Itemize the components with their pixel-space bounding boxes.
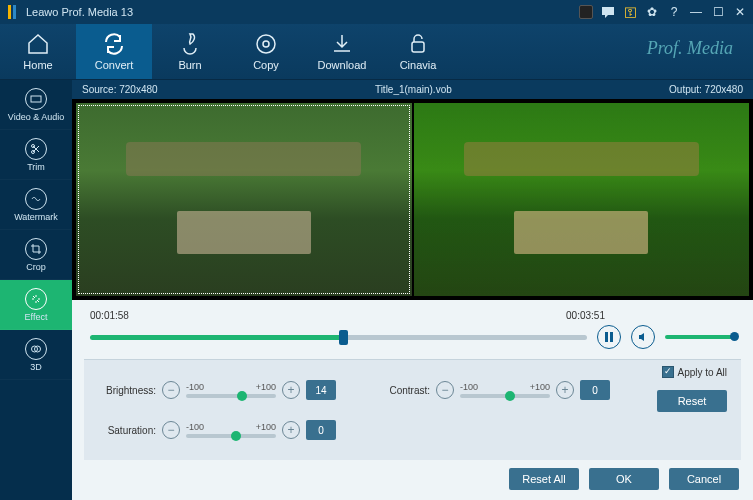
settings-icon[interactable]: ✿	[645, 5, 659, 19]
side-label: Video & Audio	[8, 112, 64, 122]
apply-all-label: Apply to All	[678, 367, 727, 378]
watermark-icon	[25, 188, 47, 210]
reset-all-button[interactable]: Reset All	[509, 468, 579, 490]
help-icon[interactable]: ?	[667, 5, 681, 19]
close-icon[interactable]: ✕	[733, 5, 747, 19]
download-icon	[330, 32, 354, 56]
video-audio-icon	[25, 88, 47, 110]
convert-icon	[102, 32, 126, 56]
timeline-panel: 00:01:58 00:03:51	[72, 300, 753, 355]
trim-icon	[25, 138, 47, 160]
threed-icon	[25, 338, 47, 360]
side-label: Effect	[25, 312, 48, 322]
svg-rect-1	[13, 5, 16, 19]
tab-label: Burn	[178, 59, 201, 71]
tab-label: Download	[318, 59, 367, 71]
saturation-minus[interactable]: −	[162, 421, 180, 439]
effect-icon	[25, 288, 47, 310]
svg-rect-0	[8, 5, 11, 19]
tab-copy[interactable]: Copy	[228, 24, 304, 79]
svg-point-2	[257, 35, 275, 53]
side-watermark[interactable]: Watermark	[0, 180, 72, 230]
contrast-slider[interactable]: -100+100	[460, 382, 550, 398]
svg-rect-5	[31, 96, 41, 102]
preview-header: Source: 720x480 Title_1(main).vob Output…	[72, 80, 753, 99]
cinavia-icon	[406, 32, 430, 56]
seek-slider[interactable]	[90, 335, 587, 340]
svg-point-3	[263, 41, 269, 47]
checkbox-icon	[662, 366, 674, 378]
side-trim[interactable]: Trim	[0, 130, 72, 180]
tab-label: Convert	[95, 59, 134, 71]
brightness-plus[interactable]: +	[282, 381, 300, 399]
burn-icon	[178, 32, 202, 56]
side-video-audio[interactable]: Video & Audio	[0, 80, 72, 130]
copy-icon	[254, 32, 278, 56]
tab-cinavia[interactable]: Cinavia	[380, 24, 456, 79]
message-icon[interactable]	[601, 5, 615, 19]
tab-burn[interactable]: Burn	[152, 24, 228, 79]
key-icon[interactable]: ⚿	[623, 5, 637, 19]
tab-label: Cinavia	[400, 59, 437, 71]
saturation-label: Saturation:	[98, 425, 156, 436]
contrast-plus[interactable]: +	[556, 381, 574, 399]
reset-button[interactable]: Reset	[657, 390, 727, 412]
time-current: 00:01:58	[90, 310, 566, 321]
side-label: Trim	[27, 162, 45, 172]
seek-thumb[interactable]	[339, 330, 348, 345]
source-resolution: Source: 720x480	[82, 84, 158, 95]
output-resolution: Output: 720x480	[669, 84, 743, 95]
volume-slider[interactable]	[665, 335, 735, 339]
svg-rect-10	[605, 332, 608, 342]
crop-icon	[25, 238, 47, 260]
time-total: 00:03:51	[566, 310, 605, 321]
brightness-value: 14	[306, 380, 336, 400]
saturation-plus[interactable]: +	[282, 421, 300, 439]
side-crop[interactable]: Crop	[0, 230, 72, 280]
side-label: Watermark	[14, 212, 58, 222]
pause-button[interactable]	[597, 325, 621, 349]
file-name: Title_1(main).vob	[158, 84, 669, 95]
brightness-slider[interactable]: -100+100	[186, 382, 276, 398]
contrast-minus[interactable]: −	[436, 381, 454, 399]
brand-text: Prof. Media	[647, 38, 733, 59]
side-label: 3D	[30, 362, 42, 372]
source-preview[interactable]	[76, 103, 412, 296]
brightness-label: Brightness:	[98, 385, 156, 396]
maximize-icon[interactable]: ☐	[711, 5, 725, 19]
output-preview[interactable]	[414, 103, 750, 296]
tab-label: Home	[23, 59, 52, 71]
brightness-minus[interactable]: −	[162, 381, 180, 399]
preview-pane	[72, 99, 753, 300]
side-effect[interactable]: Effect	[0, 280, 72, 330]
svg-rect-4	[412, 42, 424, 52]
hw-badge-icon[interactable]	[579, 5, 593, 19]
tab-download[interactable]: Download	[304, 24, 380, 79]
cancel-button[interactable]: Cancel	[669, 468, 739, 490]
saturation-value: 0	[306, 420, 336, 440]
tab-label: Copy	[253, 59, 279, 71]
edit-sidebar: Video & Audio Trim Watermark Crop Effect…	[0, 80, 72, 500]
minimize-icon[interactable]: —	[689, 5, 703, 19]
main-toolbar: Home Convert Burn Copy Download Cinavia …	[0, 24, 753, 80]
tab-home[interactable]: Home	[0, 24, 76, 79]
side-3d[interactable]: 3D	[0, 330, 72, 380]
home-icon	[26, 32, 50, 56]
contrast-label: Contrast:	[372, 385, 430, 396]
ok-button[interactable]: OK	[589, 468, 659, 490]
tab-convert[interactable]: Convert	[76, 24, 152, 79]
app-title: Leawo Prof. Media 13	[26, 6, 579, 18]
apply-all-checkbox[interactable]: Apply to All	[662, 366, 727, 378]
side-label: Crop	[26, 262, 46, 272]
saturation-slider[interactable]: -100+100	[186, 422, 276, 438]
title-bar: Leawo Prof. Media 13 ⚿ ✿ ? — ☐ ✕	[0, 0, 753, 24]
effect-panel: Apply to All Reset Brightness: − -100+10…	[84, 359, 741, 460]
app-icon	[6, 5, 20, 19]
contrast-value: 0	[580, 380, 610, 400]
volume-button[interactable]	[631, 325, 655, 349]
svg-rect-11	[610, 332, 613, 342]
footer-buttons: Reset All OK Cancel	[72, 460, 753, 500]
